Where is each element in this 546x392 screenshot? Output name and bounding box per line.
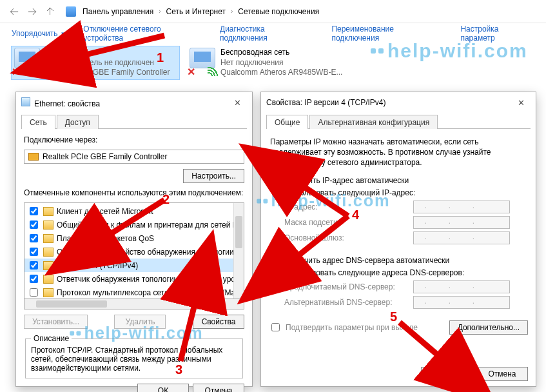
scrollbar-vertical[interactable]: [233, 203, 244, 299]
connection-name: Беспроводная сеть: [220, 48, 342, 58]
breadcrumb-part[interactable]: Сеть и Интернет: [165, 6, 227, 17]
component-checkbox[interactable]: [30, 288, 38, 297]
ip-manual-radio[interactable]: [272, 190, 280, 198]
adapter-name: Realtek PCIe GBE Family Controller: [43, 152, 167, 161]
dns-manual-radio[interactable]: [272, 270, 280, 278]
subnet-input: ...: [413, 216, 510, 229]
disable-adapter-cmd[interactable]: Отключение сетевого устройства: [83, 24, 202, 43]
components-list[interactable]: Клиент для сетей Microsoft Общий доступ …: [24, 202, 244, 299]
command-bar: Упорядочить▼ Отключение сетевого устройс…: [0, 23, 546, 44]
connection-device: Qualcomm Atheros AR9485WB-E...: [220, 68, 342, 78]
list-item-ipv4[interactable]: IP версии 4 (TCP/IPv4): [24, 259, 244, 272]
ip-auto-label: Получить IP-адрес автоматически: [286, 176, 409, 185]
component-icon: [43, 261, 54, 270]
dns-auto-label: Получить адрес DNS-сервера автоматически: [286, 256, 449, 265]
connection-name: Ethernet: [45, 48, 170, 58]
ip-manual-label: Использовать следующий IP-адрес:: [286, 188, 415, 197]
wifi-signal-icon: [208, 67, 219, 76]
list-item[interactable]: Клиент для сетей Microsoft: [24, 204, 244, 218]
diagnose-cmd[interactable]: Диагностика подключения: [220, 24, 313, 43]
confirm-on-exit-checkbox[interactable]: [271, 323, 280, 331]
breadcrumb-part[interactable]: Панель управления: [81, 6, 155, 17]
install-button[interactable]: Установить...: [24, 315, 88, 329]
component-icon: [43, 248, 54, 257]
nav-up-icon[interactable]: 🡡: [43, 4, 58, 19]
dns2-input: ...: [413, 296, 510, 309]
ipv4-properties-dialog: Свойства: IP версии 4 (TCP/IPv4) ✕ Общие…: [260, 92, 536, 387]
list-item[interactable]: Ответчик обнаружения топологии канальног…: [24, 272, 244, 286]
component-icon: [43, 288, 54, 297]
organize-menu[interactable]: Упорядочить▼: [12, 29, 65, 38]
gateway-label: Основной шлюз:: [284, 233, 407, 242]
address-bar: 🡠 🡢 🡡 Панель управления › Сеть и Интерне…: [0, 0, 546, 23]
settings-cmd[interactable]: Настройка параметр: [460, 24, 534, 43]
adapter-field: Realtek PCIe GBE Family Controller: [24, 150, 244, 164]
chevron-right-icon: ›: [159, 8, 161, 15]
close-button[interactable]: ✕: [511, 96, 531, 109]
dialog-title: Свойства: IP версии 4 (TCP/IPv4): [266, 98, 386, 107]
connections-area: ✕ Ethernet Сетевой кабель не подключен R…: [0, 44, 546, 86]
breadcrumb-part[interactable]: Сетевые подключения: [237, 6, 320, 17]
control-panel-icon: [66, 6, 76, 17]
scrollbar-horizontal[interactable]: [24, 299, 244, 309]
close-button[interactable]: ✕: [228, 96, 247, 109]
tabs: Общие Альтернативная конфигурация: [266, 114, 531, 129]
advanced-button[interactable]: Дополнительно...: [449, 320, 528, 335]
configure-button[interactable]: Настроить...: [183, 169, 244, 183]
disconnected-icon: ✕: [187, 66, 197, 76]
ip-address-input: ...: [413, 201, 510, 213]
disconnected-icon: ✕: [12, 66, 22, 76]
cancel-button[interactable]: Отмена: [193, 384, 244, 392]
nav-fwd-icon[interactable]: 🡢: [24, 4, 40, 19]
gateway-input: ...: [413, 231, 510, 244]
tab-alt-config[interactable]: Альтернативная конфигурация: [309, 115, 438, 129]
dns-auto-radio[interactable]: [272, 257, 280, 266]
component-icon: [43, 234, 54, 243]
list-item[interactable]: Протокол мультиплексора сетевого адаптер…: [24, 286, 244, 299]
dns1-label: Предпочитаемый DNS-сервер:: [284, 282, 407, 291]
list-item[interactable]: Общий доступ к файлам и принтерам для се…: [24, 218, 244, 231]
dialog-title: Ethernet: свойства: [21, 97, 100, 108]
component-checkbox[interactable]: [30, 220, 38, 229]
nav-back-icon[interactable]: 🡠: [6, 4, 22, 19]
component-icon: [43, 207, 54, 216]
adapter-icon: [21, 97, 30, 106]
tab-network[interactable]: Сеть: [21, 115, 55, 129]
subnet-label: Маска подсети:: [284, 218, 407, 227]
nic-icon: [28, 153, 39, 161]
ok-button[interactable]: ОК: [421, 367, 473, 381]
list-item[interactable]: Отвечающее устройство обнаружения тополо…: [24, 245, 244, 259]
confirm-on-exit-label: Подтвердить параметры при выходе: [286, 323, 418, 332]
component-icon: [43, 275, 54, 284]
component-checkbox[interactable]: [30, 207, 38, 215]
component-checkbox[interactable]: [30, 261, 38, 270]
ethernet-properties-dialog: Ethernet: свойства ✕ Сеть Доступ Подключ…: [15, 92, 253, 387]
description-box: Описание Протокол TCP/IP. Стандартный пр…: [25, 334, 243, 378]
list-item[interactable]: Планировщик пакетов QoS: [24, 231, 244, 245]
tab-access[interactable]: Доступ: [57, 115, 99, 129]
component-icon: [43, 220, 54, 230]
description-legend: Описание: [31, 334, 72, 343]
cancel-button[interactable]: Отмена: [476, 367, 528, 381]
component-checkbox[interactable]: [30, 234, 38, 242]
ok-button[interactable]: ОК: [137, 384, 189, 392]
remove-button[interactable]: Удалить: [114, 315, 166, 329]
properties-button[interactable]: Свойства: [193, 315, 244, 329]
components-label: Отмеченные компоненты используются этим …: [24, 188, 244, 197]
chevron-right-icon: ›: [231, 8, 233, 15]
connection-device: Realtek PCIe GBE Family Controller: [45, 68, 170, 78]
dns1-input: ...: [413, 280, 510, 293]
tab-general[interactable]: Общие: [266, 115, 308, 129]
tabs: Сеть Доступ: [21, 114, 247, 129]
component-checkbox[interactable]: [30, 275, 38, 283]
dns2-label: Альтернативный DNS-сервер:: [284, 298, 407, 307]
ip-address-label: IP-адрес:: [284, 202, 407, 211]
connect-via-label: Подключение через:: [24, 135, 244, 144]
rename-cmd[interactable]: Переименование подключения: [331, 24, 442, 43]
connection-wifi[interactable]: ✕ Беспроводная сеть Нет подключения Qual…: [187, 46, 355, 79]
component-checkbox[interactable]: [30, 248, 38, 256]
explain-text: Параметры IP можно назначать автоматичес…: [269, 135, 528, 168]
ip-auto-radio[interactable]: [272, 177, 280, 186]
connection-ethernet[interactable]: ✕ Ethernet Сетевой кабель не подключен R…: [12, 46, 179, 79]
connection-status: Нет подключения: [220, 58, 342, 68]
